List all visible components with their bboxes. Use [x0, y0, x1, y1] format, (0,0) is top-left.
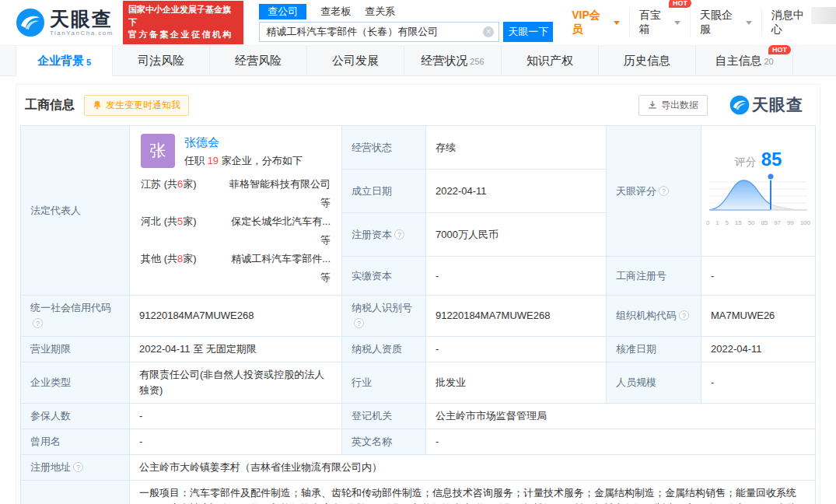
legal-rep-name-link[interactable]: 张德会 — [184, 135, 303, 150]
notify-label: 发生变更时通知我 — [106, 99, 180, 112]
search-tab-relation[interactable]: 查关系 — [365, 4, 395, 19]
nav-services[interactable]: 天眼企服 — [690, 9, 761, 37]
search-tab-boss[interactable]: 查老板 — [320, 4, 351, 19]
field-label-business-term: 营业期限 — [21, 337, 130, 362]
field-value-former-name: - — [130, 429, 342, 455]
main-tabbar: 企业背景 5 司法风险 经营风险 公司发展 经营状况 256 知识产权 历史信息… — [0, 45, 836, 76]
certification-badge: 国家中小企业发展子基金旗下 官方备案企业征信机构 — [123, 1, 243, 44]
tianyancha-logo[interactable]: 天眼查 TianYanCha.com — [16, 8, 114, 37]
tab-company-development[interactable]: 公司发展 — [307, 46, 404, 75]
field-value-established: 2022-04-11 — [426, 170, 607, 213]
field-label-credit-code: 统一社会信用代码? — [21, 296, 130, 337]
watermark-logo: 天眼查 — [729, 94, 803, 116]
field-value-paid-capital: - — [426, 257, 607, 296]
distribution-company[interactable]: 菲格智能科技有限公司等 — [226, 175, 331, 212]
notify-change-button[interactable]: 发生变更时通知我 — [84, 95, 189, 116]
field-value-taxpayer-id: 91220184MA7MUWE268 — [426, 296, 607, 337]
tab-count: 5 — [86, 58, 91, 67]
hot-badge: HOT — [669, 0, 691, 8]
field-label-former-name: 曾用名 — [21, 429, 130, 455]
chevron-down-icon — [674, 21, 680, 28]
tab-label: 经营状况 — [421, 54, 467, 68]
score-widget[interactable]: 评分 85 — [701, 126, 816, 257]
field-label-established: 成立日期 — [342, 170, 426, 213]
search-tab-company[interactable]: 查公司 — [259, 4, 306, 19]
field-label-status: 经营状态 — [342, 126, 426, 170]
bell-icon — [93, 100, 102, 110]
tab-judicial-risk[interactable]: 司法风险 — [113, 46, 210, 75]
search-input[interactable] — [259, 22, 499, 42]
export-data-button[interactable]: 导出数据 — [638, 95, 708, 116]
tab-label: 历史信息 — [624, 54, 670, 68]
tenure-line: 任职 19 家企业，分布如下 — [184, 153, 303, 169]
field-label-approval-date: 核准日期 — [607, 337, 701, 362]
tab-history-info[interactable]: 历史信息 — [599, 46, 696, 75]
field-value-registry: 公主岭市市场监督管理局 — [426, 404, 816, 429]
field-value-business-term: 2022-04-11 至 无固定期限 — [130, 337, 342, 362]
score-axis-ticks: 0151550859799100 — [706, 215, 810, 231]
tab-label: 司法风险 — [138, 54, 184, 68]
toolbox-label: 百宝箱 — [639, 9, 671, 37]
score-value: 85 — [761, 152, 782, 167]
field-label-taxpayer-id: 纳税人识别号? — [342, 296, 426, 337]
tab-count: 256 — [470, 57, 484, 66]
field-label-company-type: 企业类型 — [21, 362, 130, 404]
top-header: 天眼查 TianYanCha.com 国家中小企业发展子基金旗下 官方备案企业征… — [0, 0, 836, 45]
field-value-industry: 批发业 — [426, 362, 607, 404]
help-icon[interactable]: ? — [679, 310, 689, 320]
score-word: 评分 — [735, 154, 757, 170]
brand-name: 天眼查 — [50, 9, 114, 29]
tab-self-info[interactable]: 自主信息 20 HOT — [696, 46, 793, 75]
field-label-industry: 行业 — [342, 362, 426, 404]
badge-line2: 官方备案企业征信机构 — [128, 29, 238, 41]
tab-intellectual-property[interactable]: 知识产权 — [502, 46, 599, 75]
help-icon[interactable]: ? — [659, 186, 669, 196]
score-marker-pin — [768, 173, 774, 179]
avatar[interactable]: 张 — [141, 134, 175, 168]
field-value-business-scope: 一般项目：汽车零部件及配件制造；轴承、齿轮和传动部件制造；信息技术咨询服务；计量… — [130, 481, 816, 504]
tab-label: 公司发展 — [332, 54, 379, 68]
distribution-company[interactable]: 精诚工科汽车零部件... 等 — [226, 250, 331, 287]
help-icon[interactable]: ? — [354, 318, 364, 328]
brand-domain: TianYanCha.com — [50, 30, 114, 37]
field-label-reg-capital: 注册资本? — [342, 213, 426, 257]
field-value-insured-count: - — [130, 404, 342, 429]
header-nav: VIP会员 HOT 百宝箱 天眼企服 消息中心 — [562, 9, 824, 37]
hot-badge: HOT — [768, 45, 791, 54]
help-icon[interactable]: ? — [73, 462, 83, 472]
clear-icon[interactable]: × — [483, 26, 494, 37]
score-curve-chart — [706, 170, 810, 215]
tab-company-background[interactable]: 企业背景 5 — [16, 46, 113, 76]
nav-messages[interactable]: 消息中心 — [761, 9, 824, 37]
export-label: 导出数据 — [661, 99, 698, 112]
distribution-row: 河北 (共5家) 保定长城华北汽车有... 等 — [141, 212, 331, 250]
badge-line1: 国家中小企业发展子基金旗下 — [128, 4, 238, 29]
field-label-score: 天眼评分? — [607, 126, 701, 257]
field-value-reg-capital: 7000万人民币 — [426, 213, 607, 257]
field-value-approval-date: 2022-04-11 — [701, 337, 816, 362]
help-icon[interactable]: ? — [394, 229, 404, 240]
legal-rep-cell: 张 张德会 任职 19 家企业，分布如下 江苏 (共6家) 菲格智能科技有限公司… — [130, 126, 342, 296]
tab-operation-risk[interactable]: 经营风险 — [210, 46, 307, 75]
field-label-staff-size: 人员规模 — [607, 362, 701, 404]
distribution-company[interactable]: 保定长城华北汽车有... 等 — [226, 212, 331, 250]
field-label-business-scope: 经营范围? — [21, 481, 130, 504]
help-icon[interactable]: ? — [33, 318, 43, 328]
tianyancha-logo-icon — [16, 8, 45, 37]
field-label-taxpayer-quality: 纳税人资质 — [342, 337, 426, 362]
tab-operating-status[interactable]: 经营状况 256 — [404, 46, 502, 75]
tab-label: 自主信息 — [715, 54, 761, 68]
field-label-insured-count: 参保人数 — [21, 404, 130, 429]
nav-toolbox[interactable]: HOT 百宝箱 — [629, 9, 690, 37]
services-label: 天眼企服 — [700, 9, 743, 37]
field-value-company-type: 有限责任公司(非自然人投资或控股的法人独资) — [130, 362, 342, 404]
distribution-row: 江苏 (共6家) 菲格智能科技有限公司等 — [141, 175, 331, 212]
field-label-org-code: 组织机构代码? — [607, 296, 701, 337]
field-label-english-name: 英文名称 — [342, 429, 426, 455]
field-value-credit-code: 91220184MA7MUWE268 — [130, 296, 342, 337]
field-value-org-code: MA7MUWE26 — [701, 296, 816, 337]
vip-label: VIP会员 — [572, 9, 610, 37]
search-button[interactable]: 天眼一下 — [503, 22, 553, 42]
download-icon — [648, 100, 657, 110]
nav-vip[interactable]: VIP会员 — [562, 9, 629, 37]
